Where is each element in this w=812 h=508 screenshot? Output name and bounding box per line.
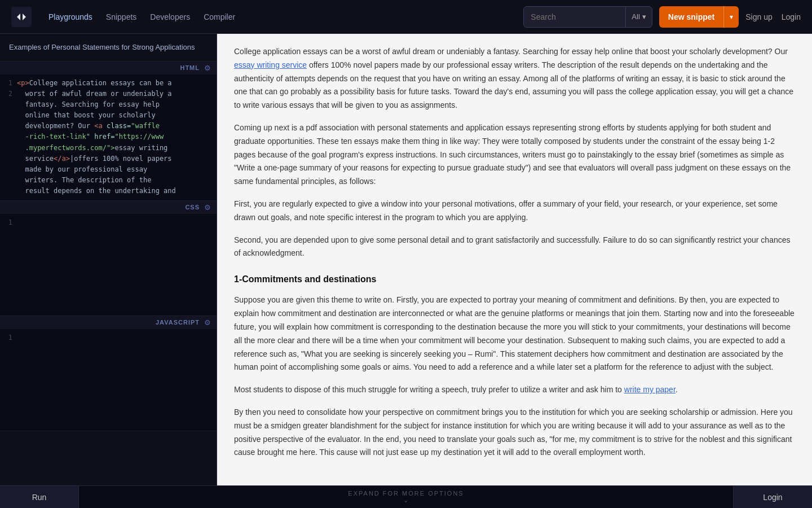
- css-code-body: 1: [0, 214, 217, 316]
- search-input[interactable]: [524, 12, 625, 21]
- nav-snippets[interactable]: Snippets: [106, 12, 136, 21]
- html-code-section: HTML ⚙ 12 <p>College application essays …: [0, 62, 217, 201]
- search-container: All ▾: [523, 6, 652, 28]
- new-snippet-label: New snippet: [659, 12, 723, 21]
- logo: [11, 7, 32, 27]
- nav-developers[interactable]: Developers: [150, 12, 190, 21]
- filter-label: All: [632, 12, 639, 21]
- content-p5: Suppose you are given this theme to writ…: [234, 294, 795, 374]
- js-lang-label: JAVASCRIPT: [156, 319, 200, 326]
- sign-up-link[interactable]: Sign up: [745, 12, 772, 21]
- run-button[interactable]: Run: [0, 486, 79, 509]
- js-settings-icon[interactable]: ⚙: [204, 318, 211, 327]
- css-line-numbers: 1: [0, 217, 17, 312]
- css-code-header: CSS ⚙: [0, 201, 217, 214]
- right-panel: College application essays can be a wors…: [217, 34, 812, 485]
- main-content: Examples of Personal Statements for Stro…: [0, 34, 812, 485]
- chevron-down-icon: ▾: [642, 12, 646, 21]
- content-p4: Second, you are depended upon to give so…: [234, 234, 795, 261]
- logo-icon: [11, 7, 32, 27]
- svg-rect-0: [11, 7, 32, 27]
- css-settings-icon[interactable]: ⚙: [204, 203, 211, 212]
- auth-links: Sign up Login: [745, 12, 801, 21]
- html-lang-label: HTML: [180, 64, 200, 71]
- essay-writing-link[interactable]: essay writing service: [234, 60, 307, 69]
- nav-playgrounds[interactable]: Playgrounds: [48, 12, 92, 21]
- content-p7: By then you need to consolidate how your…: [234, 406, 795, 459]
- css-code-section: CSS ⚙ 1: [0, 201, 217, 316]
- content-p1: College application essays can be a wors…: [234, 45, 795, 112]
- content-h2: 1-Commitments and destinations: [234, 271, 795, 287]
- expand-bar[interactable]: EXPAND FOR MORE OPTIONS ⌄: [79, 490, 733, 504]
- content-p3: First, you are regularly expected to giv…: [234, 198, 795, 225]
- html-code-header: HTML ⚙: [0, 62, 217, 75]
- css-lang-label: CSS: [185, 204, 200, 211]
- expand-chevron-icon: ⌄: [403, 497, 409, 504]
- new-snippet-button[interactable]: New snippet ▾: [659, 6, 739, 28]
- html-code-body: 12 <p>College application essays can be …: [0, 75, 217, 200]
- js-code-section: JAVASCRIPT ⚙ 1: [0, 316, 217, 431]
- content-p2: Coming up next is a pdf association with…: [234, 121, 795, 189]
- css-code-content[interactable]: [17, 217, 217, 312]
- js-code-header: JAVASCRIPT ⚙: [0, 316, 217, 329]
- bottom-bar: Run EXPAND FOR MORE OPTIONS ⌄ Login: [0, 485, 812, 508]
- write-my-paper-link[interactable]: write my paper: [624, 385, 676, 394]
- html-settings-icon[interactable]: ⚙: [204, 64, 211, 72]
- js-code-content[interactable]: [17, 332, 217, 427]
- expand-label: EXPAND FOR MORE OPTIONS: [348, 490, 464, 497]
- left-panel: Examples of Personal Statements for Stro…: [0, 34, 217, 485]
- header: Playgrounds Snippets Developers Compiler…: [0, 0, 812, 34]
- search-filter[interactable]: All ▾: [626, 12, 651, 21]
- bottom-login-button[interactable]: Login: [733, 486, 812, 509]
- content-p6: Most students to dispose of this much st…: [234, 383, 795, 397]
- js-code-body: 1: [0, 329, 217, 431]
- snippet-title: Examples of Personal Statements for Stro…: [0, 34, 217, 62]
- header-right: All ▾ New snippet ▾ Sign up Login: [523, 6, 801, 28]
- login-link[interactable]: Login: [782, 12, 801, 21]
- main-nav: Playgrounds Snippets Developers Compiler: [48, 12, 506, 21]
- nav-compiler[interactable]: Compiler: [204, 12, 235, 21]
- js-line-numbers: 1: [0, 332, 17, 427]
- html-line-numbers: 12: [0, 78, 17, 197]
- new-snippet-arrow-icon: ▾: [724, 13, 739, 21]
- html-code-content[interactable]: <p>College application essays can be a w…: [17, 78, 217, 197]
